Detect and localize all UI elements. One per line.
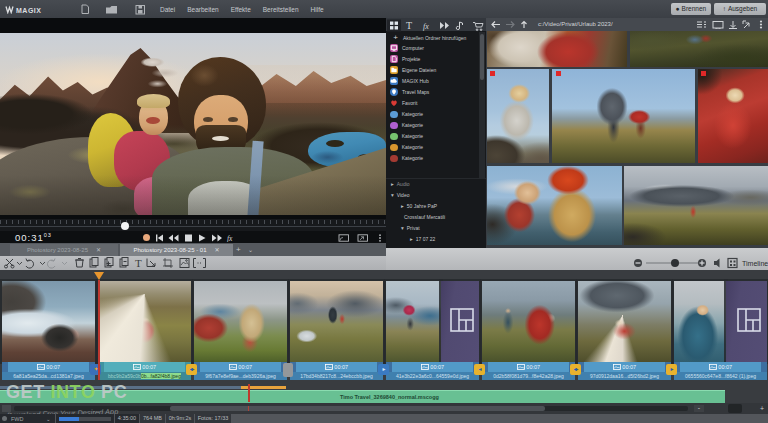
- svg-text:Timeline: Timeline: [742, 260, 768, 267]
- svg-text:MAGIX: MAGIX: [16, 7, 41, 14]
- svg-text:fx: fx: [227, 234, 233, 242]
- svg-text:T: T: [406, 20, 412, 31]
- svg-text:T: T: [135, 257, 142, 269]
- svg-text:fx: fx: [423, 22, 429, 31]
